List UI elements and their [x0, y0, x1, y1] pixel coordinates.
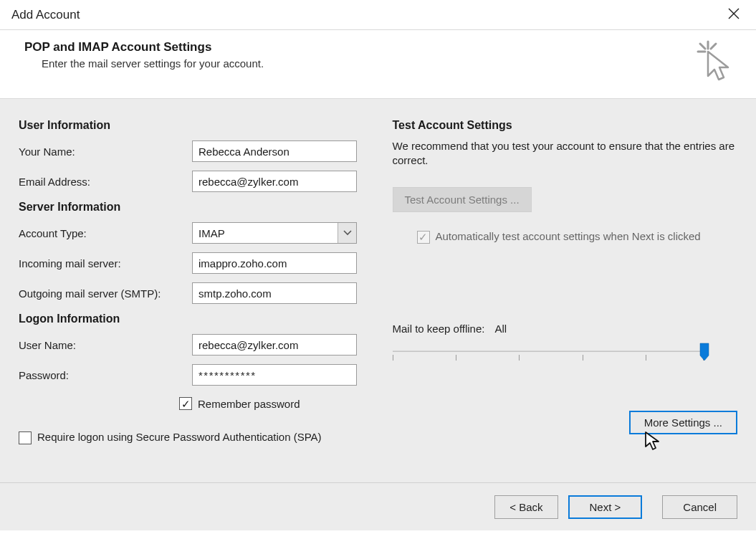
- chevron-down-icon[interactable]: [338, 223, 356, 243]
- offline-slider[interactable]: [393, 345, 709, 366]
- content-area: User Information Your Name: Email Addres…: [0, 99, 756, 483]
- cursor-click-icon: [696, 40, 732, 84]
- logon-info-heading: Logon Information: [19, 313, 378, 325]
- cursor-pointer-icon: [644, 431, 660, 453]
- footer: < Back Next > Cancel: [0, 483, 756, 530]
- remember-checkbox[interactable]: ✓: [179, 397, 192, 410]
- email-label: Email Address:: [19, 176, 192, 188]
- header-subtitle: Enter the mail server settings for your …: [24, 57, 264, 70]
- incoming-label: Incoming mail server:: [19, 257, 192, 270]
- close-icon[interactable]: [720, 3, 747, 27]
- remember-password-row[interactable]: ✓ Remember password: [179, 397, 378, 410]
- svg-line-4: [700, 44, 705, 49]
- spa-row[interactable]: Require logon using Secure Password Auth…: [19, 430, 378, 444]
- username-input[interactable]: [192, 334, 357, 356]
- outgoing-label: Outgoing mail server (SMTP):: [19, 287, 192, 300]
- your-name-label: Your Name:: [19, 146, 192, 158]
- offline-value: All: [494, 323, 507, 335]
- test-account-settings-button[interactable]: Test Account Settings ...: [393, 187, 532, 212]
- account-type-value: IMAP: [193, 223, 338, 243]
- your-name-input[interactable]: [192, 140, 357, 162]
- slider-thumb[interactable]: [699, 343, 709, 361]
- cancel-button[interactable]: Cancel: [662, 495, 737, 519]
- header: POP and IMAP Account Settings Enter the …: [0, 30, 756, 99]
- test-settings-heading: Test Account Settings: [393, 119, 738, 132]
- server-info-heading: Server Information: [19, 201, 378, 214]
- titlebar: Add Account: [0, 0, 756, 30]
- spa-label: Require logon using Secure Password Auth…: [37, 430, 322, 444]
- account-type-select[interactable]: IMAP: [192, 222, 357, 244]
- offline-label: Mail to keep offline:: [393, 323, 485, 335]
- auto-test-checkbox[interactable]: ✓: [417, 231, 430, 244]
- test-settings-description: We recommend that you test your account …: [393, 139, 738, 168]
- spa-checkbox[interactable]: [19, 431, 32, 444]
- back-button[interactable]: < Back: [494, 495, 558, 519]
- slider-track: [393, 350, 704, 352]
- offline-row: Mail to keep offline: All: [393, 323, 738, 335]
- next-button[interactable]: Next >: [568, 495, 643, 519]
- auto-test-label: Automatically test account settings when…: [436, 229, 701, 244]
- auto-test-row: ✓ Automatically test account settings wh…: [417, 229, 738, 244]
- account-type-label: Account Type:: [19, 227, 192, 239]
- user-info-heading: User Information: [19, 119, 378, 132]
- remember-label: Remember password: [198, 398, 300, 410]
- header-title: POP and IMAP Account Settings: [24, 40, 264, 54]
- window-title: Add Account: [11, 8, 80, 22]
- svg-line-5: [711, 44, 716, 49]
- email-input[interactable]: [192, 171, 357, 192]
- left-column: User Information Your Name: Email Addres…: [19, 119, 378, 468]
- incoming-input[interactable]: [192, 252, 357, 274]
- password-input[interactable]: [192, 364, 357, 386]
- password-label: Password:: [19, 369, 192, 381]
- username-label: User Name:: [19, 339, 192, 351]
- right-column: Test Account Settings We recommend that …: [378, 119, 738, 468]
- outgoing-input[interactable]: [192, 282, 357, 304]
